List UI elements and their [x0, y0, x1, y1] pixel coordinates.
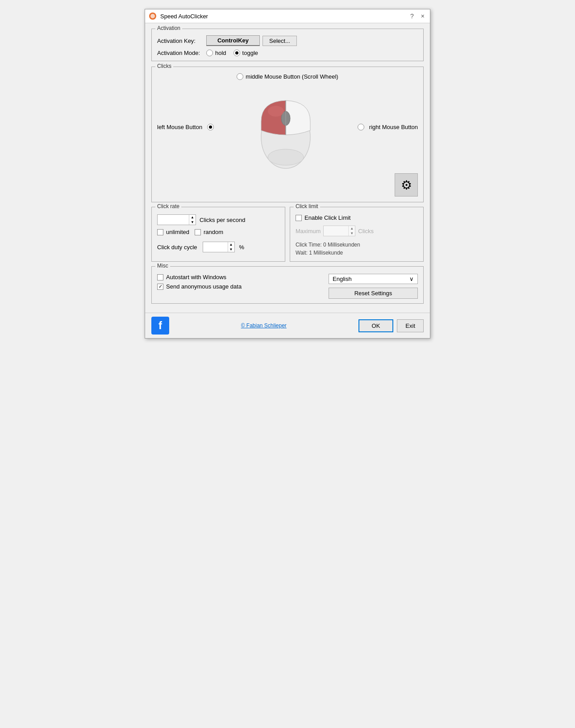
activation-key-row: Activation Key: ControlKey Select... — [157, 35, 418, 46]
autostart-checkbox[interactable]: Autostart with Windows — [157, 274, 324, 280]
click-rate-title: Click rate — [155, 203, 181, 209]
right-radio-circle — [358, 124, 364, 130]
misc-title: Misc — [155, 263, 170, 269]
click-rate-panel: Click rate 999.00 ▲ ▼ Clicks per second — [151, 207, 285, 262]
titlebar-buttons: ? × — [408, 13, 426, 20]
hold-radio-circle — [206, 50, 213, 56]
activation-mode-group: hold toggle — [206, 50, 258, 56]
right-button-label: right Mouse Button — [369, 124, 418, 130]
svg-point-6 — [268, 106, 284, 117]
fb-letter: f — [158, 319, 162, 332]
maximum-label: Maximum — [296, 228, 321, 234]
settings-gear-button[interactable]: ⚙ — [395, 173, 418, 197]
maximum-up: ▲ — [349, 226, 355, 231]
maximum-down: ▼ — [349, 231, 355, 236]
maximum-arrows: ▲ ▼ — [348, 226, 355, 236]
svg-point-5 — [268, 149, 304, 165]
misc-section: Misc Autostart with Windows Send anonymo… — [151, 266, 424, 304]
author-link[interactable]: © Fabian Schlieper — [174, 322, 354, 329]
random-label: random — [204, 229, 223, 235]
toggle-radio[interactable]: toggle — [233, 50, 258, 56]
content-area: Activation Activation Key: ControlKey Se… — [145, 23, 430, 313]
click-limit-title: Click limit — [294, 203, 320, 209]
ok-button[interactable]: OK — [358, 319, 394, 332]
help-button[interactable]: ? — [408, 13, 416, 20]
anonymous-checkbox[interactable]: Send anonymous usage data — [157, 283, 324, 290]
window-title: Speed AutoClicker — [160, 13, 408, 20]
random-checkbox[interactable]: random — [195, 229, 223, 235]
left-button-radio[interactable]: left Mouse Button — [157, 124, 214, 130]
clicks-bottom: ⚙ — [157, 173, 418, 197]
duty-cycle-unit: % — [239, 244, 245, 251]
main-window: Speed AutoClicker ? × Activation Activat… — [145, 9, 430, 339]
maximum-input: 1000 — [324, 228, 348, 234]
exit-button[interactable]: Exit — [397, 319, 424, 332]
anonymous-label: Send anonymous usage data — [166, 283, 242, 290]
anonymous-checkbox-box — [157, 284, 163, 290]
enable-click-limit-checkbox[interactable]: Enable Click Limit — [296, 214, 418, 221]
hold-label: hold — [215, 50, 226, 56]
click-rate-input[interactable]: 999.00 — [158, 217, 189, 223]
misc-right: English ∨ Reset Settings — [329, 274, 418, 299]
unlimited-checkbox-box — [157, 229, 163, 235]
misc-left: Autostart with Windows Send anonymous us… — [157, 274, 324, 299]
titlebar: Speed AutoClicker ? × — [145, 9, 430, 23]
enable-click-limit-label: Enable Click Limit — [304, 214, 350, 221]
clicks-title: Clicks — [155, 63, 173, 69]
activation-mode-row: Activation Mode: hold toggle — [157, 50, 418, 56]
left-button-label: left Mouse Button — [157, 124, 202, 130]
duty-cycle-spinbox[interactable]: 50.00 ▲ ▼ — [203, 242, 235, 252]
activation-mode-label: Activation Mode: — [157, 50, 206, 56]
middle-radio-circle — [237, 73, 243, 80]
hold-radio[interactable]: hold — [206, 50, 226, 56]
clicks-label: Clicks — [358, 228, 374, 234]
gear-icon: ⚙ — [401, 178, 412, 192]
chevron-down-icon: ∨ — [409, 276, 414, 282]
maximum-spinbox: 1000 ▲ ▼ — [323, 226, 355, 236]
left-radio-circle — [207, 124, 214, 130]
right-button-radio[interactable]: right Mouse Button — [358, 124, 418, 130]
autostart-checkbox-box — [157, 274, 163, 280]
duty-cycle-row: Click duty cycle 50.00 ▲ ▼ % — [157, 242, 279, 252]
misc-inner: Autostart with Windows Send anonymous us… — [157, 274, 418, 299]
app-icon — [149, 12, 157, 20]
lower-panels: Click rate 999.00 ▲ ▼ Clicks per second — [151, 207, 424, 262]
svg-point-1 — [150, 14, 155, 18]
autostart-label: Autostart with Windows — [166, 274, 226, 280]
click-rate-down[interactable]: ▼ — [189, 220, 196, 225]
activation-key-label: Activation Key: — [157, 38, 206, 44]
click-rate-up[interactable]: ▲ — [189, 215, 196, 220]
footer-buttons: OK Exit — [358, 319, 424, 332]
footer: f © Fabian Schlieper OK Exit — [145, 313, 430, 338]
unlimited-label: unlimited — [166, 229, 189, 235]
duty-cycle-input[interactable]: 50.00 — [203, 244, 228, 251]
click-rate-arrows: ▲ ▼ — [189, 215, 196, 225]
random-checkbox-box — [195, 229, 201, 235]
unlimited-checkbox[interactable]: unlimited — [157, 229, 189, 235]
clicks-per-second-label: Clicks per second — [200, 217, 246, 223]
duty-cycle-down[interactable]: ▼ — [228, 247, 234, 252]
duty-cycle-label: Click duty cycle — [157, 244, 197, 251]
language-value: English — [333, 276, 352, 282]
facebook-icon[interactable]: f — [151, 317, 169, 335]
middle-button-radio[interactable]: middle Mouse Button (Scroll Wheel) — [237, 73, 338, 80]
middle-button-label: middle Mouse Button (Scroll Wheel) — [246, 73, 338, 80]
reset-settings-button[interactable]: Reset Settings — [329, 288, 418, 299]
duty-cycle-up[interactable]: ▲ — [228, 242, 234, 247]
activation-title: Activation — [155, 25, 182, 31]
clicks-section: Clicks middle Mouse Button (Scroll Wheel… — [151, 67, 424, 202]
click-rate-spinbox[interactable]: 999.00 ▲ ▼ — [157, 214, 196, 225]
activation-section: Activation Activation Key: ControlKey Se… — [151, 29, 424, 61]
toggle-radio-circle — [233, 50, 240, 56]
toggle-label: toggle — [242, 50, 258, 56]
close-button[interactable]: × — [419, 13, 426, 20]
click-time-info: Click Time: 0 Millisekunden Wait: 1 Mill… — [296, 241, 418, 257]
control-key-button[interactable]: ControlKey — [206, 35, 260, 46]
enable-limit-checkbox-box — [296, 215, 302, 221]
language-select[interactable]: English ∨ — [329, 274, 418, 284]
wait-label: Wait: 1 Millisekunde — [296, 249, 418, 257]
duty-cycle-arrows: ▲ ▼ — [228, 242, 234, 252]
select-key-button[interactable]: Select... — [262, 36, 297, 46]
mouse-illustration — [250, 84, 321, 171]
click-time-label: Click Time: 0 Millisekunden — [296, 241, 418, 249]
